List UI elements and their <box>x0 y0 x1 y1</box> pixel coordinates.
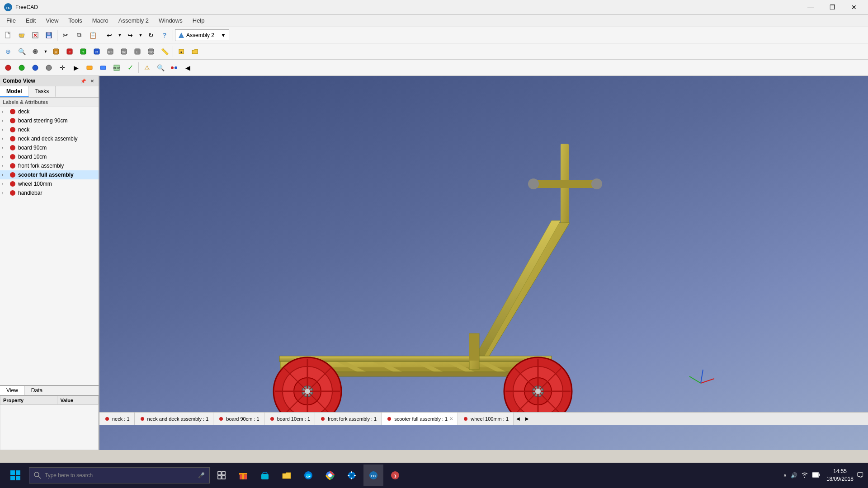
combo-view-pin[interactable]: 📌 <box>80 77 87 84</box>
redo-dropdown[interactable]: ▼ <box>137 29 144 42</box>
tree-item-neck-deck-assembly[interactable]: ›neck and deck assembly <box>0 134 99 143</box>
bom-btn[interactable]: BOM <box>110 61 123 74</box>
new-button[interactable] <box>2 29 14 42</box>
std-view-rear[interactable]: Re <box>104 45 117 58</box>
close-file-button[interactable] <box>29 29 42 42</box>
taskbar-settings[interactable] <box>342 465 362 486</box>
tree-item-board-10cm[interactable]: ›board 10cm <box>0 152 99 161</box>
zoom-in-button[interactable]: 🔍 <box>15 45 28 58</box>
simul-btn[interactable] <box>83 61 96 74</box>
doc-tab[interactable]: front fork assembly : 1 <box>315 413 382 425</box>
draw-style-button[interactable] <box>29 45 42 58</box>
redo-button[interactable]: ↪ <box>124 29 137 42</box>
taskbar-freecad[interactable]: FC <box>363 465 383 486</box>
check-btn[interactable]: ✓ <box>124 61 137 74</box>
notifications-icon[interactable]: 🗨 <box>856 471 864 480</box>
menu-item-macro[interactable]: Macro <box>88 15 113 26</box>
paste-button[interactable]: 📋 <box>86 29 99 42</box>
tree-item-deck[interactable]: ›deck <box>0 107 99 116</box>
viewport[interactable] <box>99 76 868 450</box>
menu-item-assembly-2[interactable]: Assembly 2 <box>114 15 153 26</box>
refresh-button[interactable]: ↻ <box>145 29 157 42</box>
tab-view[interactable]: View <box>0 386 25 395</box>
doc-tab[interactable]: board 10cm : 1 <box>264 413 315 425</box>
zoom-fit-button[interactable]: ⊕ <box>2 45 14 58</box>
search-bar[interactable]: Type here to search 🎤 <box>29 467 210 483</box>
taskbar-gift[interactable] <box>233 465 253 486</box>
combo-view-close[interactable]: ✕ <box>89 77 96 84</box>
doc-tab-close[interactable]: ✕ <box>449 416 453 421</box>
back-btn[interactable]: ◀ <box>181 61 194 74</box>
open-button[interactable] <box>15 29 28 42</box>
taskbar-store[interactable] <box>255 465 275 486</box>
constraint-btn[interactable] <box>29 61 42 74</box>
draw-style-dropdown[interactable]: ▼ <box>42 45 49 58</box>
menu-item-view[interactable]: View <box>41 15 63 26</box>
tree-item-handlebar[interactable]: ›handlebar <box>0 188 99 197</box>
save-button[interactable] <box>42 29 55 42</box>
help-button[interactable]: ? <box>158 29 171 42</box>
taskbar-chrome[interactable] <box>320 465 340 486</box>
undo-button[interactable]: ↩ <box>103 29 116 42</box>
search-btn[interactable]: 🔍 <box>154 61 167 74</box>
extra-btn[interactable] <box>168 61 180 74</box>
menu-item-help[interactable]: Help <box>188 15 209 26</box>
std-view-home[interactable]: H <box>50 45 62 58</box>
warning-btn[interactable]: ⚠ <box>141 61 153 74</box>
menu-item-file[interactable]: File <box>2 15 20 26</box>
move-btn[interactable]: ✛ <box>56 61 69 74</box>
chevron-up-icon[interactable]: ∧ <box>783 472 787 479</box>
doc-tab[interactable]: neck and deck assembly : 1 <box>135 413 214 425</box>
std-view-bottom[interactable]: Bo <box>118 45 130 58</box>
tab-tasks[interactable]: Tasks <box>29 86 56 97</box>
volume-icon[interactable]: 🔊 <box>791 472 797 479</box>
std-view-front[interactable]: F <box>63 45 76 58</box>
menu-item-edit[interactable]: Edit <box>21 15 40 26</box>
taskbar-folder[interactable] <box>277 465 297 486</box>
part-box-button[interactable]: ■ <box>175 45 188 58</box>
tree-item-wheel-100mm[interactable]: ›wheel 100mm <box>0 179 99 188</box>
open-folder-button[interactable] <box>189 45 201 58</box>
battery-icon[interactable] <box>812 472 820 479</box>
tab-nav-left[interactable]: ◀ <box>514 413 523 425</box>
std-view-right[interactable]: R <box>90 45 103 58</box>
taskbar-edge[interactable] <box>298 465 318 486</box>
microphone-icon[interactable]: 🎤 <box>198 472 205 479</box>
tree-item-board-90cm[interactable]: ›board 90cm <box>0 143 99 152</box>
tree-item-neck[interactable]: ›neck <box>0 125 99 134</box>
tree-item-scooter-full-assembly[interactable]: ›scooter full assembly <box>0 170 99 179</box>
measure-dist-btn[interactable] <box>97 61 109 74</box>
doc-tab[interactable]: scooter full assembly : 1✕ <box>382 413 458 425</box>
minimize-button[interactable]: — <box>800 0 821 14</box>
start-button[interactable] <box>4 465 27 486</box>
tab-model[interactable]: Model <box>0 86 29 97</box>
tab-data[interactable]: Data <box>25 386 49 395</box>
part-button[interactable] <box>2 61 14 74</box>
std-view-top[interactable]: T <box>77 45 90 58</box>
menu-item-windows[interactable]: Windows <box>154 15 187 26</box>
doc-tab[interactable]: neck : 1 <box>99 413 135 425</box>
measure-button[interactable]: 📏 <box>158 45 171 58</box>
tree-item-board-steering[interactable]: ›board steering 90cm <box>0 116 99 125</box>
close-button[interactable]: ✕ <box>844 0 864 14</box>
copy-button[interactable]: ⧉ <box>73 29 85 42</box>
std-view-left[interactable]: L <box>131 45 144 58</box>
assembly-btn2[interactable] <box>15 61 28 74</box>
network-icon[interactable] <box>801 471 808 480</box>
tab-nav-right[interactable]: ▶ <box>523 413 532 425</box>
task-view-button[interactable] <box>212 465 231 486</box>
cut-button[interactable]: ✂ <box>59 29 72 42</box>
tree-item-label: front fork assembly <box>18 163 64 169</box>
animate-btn[interactable]: ▶ <box>70 61 82 74</box>
undo-dropdown[interactable]: ▼ <box>117 29 123 42</box>
doc-tab[interactable]: board 90cm : 1 <box>213 413 264 425</box>
doc-tab[interactable]: wheel 100mm : 1 <box>458 413 514 425</box>
fix-btn[interactable] <box>42 61 55 74</box>
taskbar-extra[interactable]: ❯ <box>385 465 405 486</box>
menu-item-tools[interactable]: Tools <box>64 15 86 26</box>
tree-item-front-fork-assembly[interactable]: ›front fork assembly <box>0 161 99 170</box>
maximize-button[interactable]: ❐ <box>822 0 843 14</box>
clock[interactable]: 14:55 18/09/2018 <box>826 468 854 483</box>
std-view-isometric[interactable]: ISO <box>145 45 157 58</box>
workbench-dropdown[interactable]: Assembly 2 ▼ <box>175 29 229 41</box>
